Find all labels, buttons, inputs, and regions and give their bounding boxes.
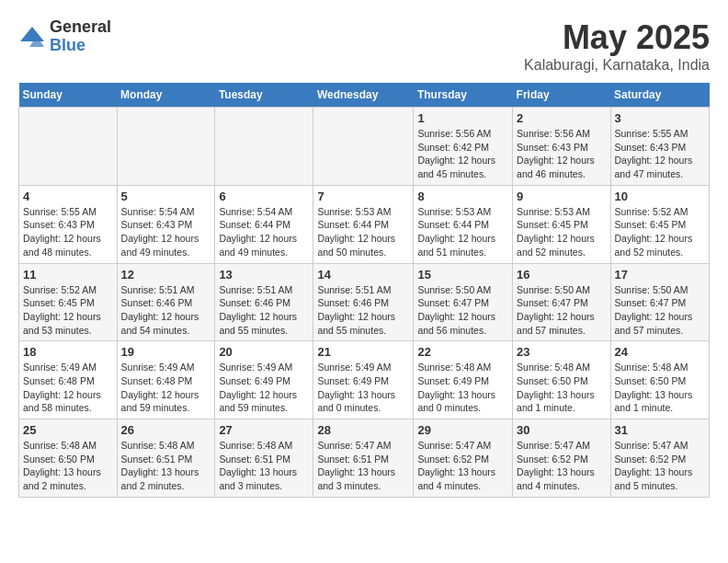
day-number: 28 [317, 423, 409, 437]
cell-content: Sunrise: 5:55 AM Sunset: 6:43 PM Dayligh… [615, 127, 705, 181]
calendar-cell: 26Sunrise: 5:48 AM Sunset: 6:51 PM Dayli… [117, 419, 215, 498]
logo-blue: Blue [50, 37, 111, 55]
header-friday: Friday [513, 83, 610, 108]
calendar-cell: 28Sunrise: 5:47 AM Sunset: 6:51 PM Dayli… [313, 419, 414, 498]
calendar-cell: 8Sunrise: 5:53 AM Sunset: 6:44 PM Daylig… [414, 185, 513, 263]
day-number: 4 [23, 190, 113, 203]
cell-content: Sunrise: 5:47 AM Sunset: 6:52 PM Dayligh… [615, 439, 705, 493]
calendar-cell: 14Sunrise: 5:51 AM Sunset: 6:46 PM Dayli… [313, 263, 414, 341]
cell-content: Sunrise: 5:51 AM Sunset: 6:46 PM Dayligh… [317, 283, 409, 338]
calendar-cell: 30Sunrise: 5:47 AM Sunset: 6:52 PM Dayli… [513, 419, 610, 498]
logo-text: General Blue [50, 18, 111, 55]
day-number: 5 [121, 190, 211, 203]
calendar-cell: 11Sunrise: 5:52 AM Sunset: 6:45 PM Dayli… [19, 263, 118, 341]
cell-content: Sunrise: 5:48 AM Sunset: 6:50 PM Dayligh… [517, 361, 606, 415]
main-title: May 2025 [524, 18, 710, 57]
day-number: 10 [615, 190, 705, 203]
calendar-cell: 1Sunrise: 5:56 AM Sunset: 6:42 PM Daylig… [414, 108, 513, 186]
calendar-cell [313, 108, 414, 186]
header-thursday: Thursday [414, 83, 513, 108]
cell-content: Sunrise: 5:54 AM Sunset: 6:43 PM Dayligh… [121, 205, 211, 259]
header-sunday: Sunday [19, 83, 118, 108]
logo-general: General [50, 18, 111, 37]
cell-content: Sunrise: 5:50 AM Sunset: 6:47 PM Dayligh… [615, 283, 705, 338]
cell-content: Sunrise: 5:49 AM Sunset: 6:49 PM Dayligh… [219, 361, 309, 415]
cell-content: Sunrise: 5:49 AM Sunset: 6:48 PM Dayligh… [23, 361, 113, 415]
day-number: 19 [121, 345, 211, 359]
calendar-cell: 21Sunrise: 5:49 AM Sunset: 6:49 PM Dayli… [313, 341, 414, 419]
calendar-cell: 3Sunrise: 5:55 AM Sunset: 6:43 PM Daylig… [610, 108, 709, 186]
svg-marker-0 [20, 27, 44, 41]
calendar-cell: 20Sunrise: 5:49 AM Sunset: 6:49 PM Dayli… [215, 341, 313, 419]
calendar-cell: 19Sunrise: 5:49 AM Sunset: 6:48 PM Dayli… [117, 341, 215, 419]
day-number: 15 [417, 268, 508, 282]
day-number: 22 [417, 345, 508, 359]
cell-content: Sunrise: 5:47 AM Sunset: 6:52 PM Dayligh… [417, 439, 508, 493]
calendar-cell: 24Sunrise: 5:48 AM Sunset: 6:50 PM Dayli… [610, 341, 709, 419]
calendar-table: SundayMondayTuesdayWednesdayThursdayFrid… [18, 83, 710, 498]
calendar-cell: 29Sunrise: 5:47 AM Sunset: 6:52 PM Dayli… [414, 419, 513, 498]
calendar-cell: 25Sunrise: 5:48 AM Sunset: 6:50 PM Dayli… [19, 419, 118, 498]
header-saturday: Saturday [610, 83, 709, 108]
day-number: 31 [615, 423, 705, 437]
cell-content: Sunrise: 5:52 AM Sunset: 6:45 PM Dayligh… [23, 283, 113, 338]
day-number: 6 [219, 190, 309, 203]
header-monday: Monday [117, 83, 215, 108]
cell-content: Sunrise: 5:51 AM Sunset: 6:46 PM Dayligh… [121, 283, 211, 338]
logo: General Blue [18, 18, 111, 55]
cell-content: Sunrise: 5:50 AM Sunset: 6:47 PM Dayligh… [417, 283, 508, 338]
cell-content: Sunrise: 5:47 AM Sunset: 6:52 PM Dayligh… [517, 439, 606, 493]
cell-content: Sunrise: 5:48 AM Sunset: 6:50 PM Dayligh… [23, 439, 113, 493]
day-number: 14 [317, 268, 409, 282]
day-number: 11 [23, 268, 113, 282]
day-number: 27 [219, 423, 309, 437]
calendar-cell: 18Sunrise: 5:49 AM Sunset: 6:48 PM Dayli… [19, 341, 118, 419]
calendar-cell: 23Sunrise: 5:48 AM Sunset: 6:50 PM Dayli… [513, 341, 610, 419]
day-number: 16 [517, 268, 606, 282]
day-number: 8 [417, 190, 508, 203]
day-number: 29 [417, 423, 508, 437]
subtitle: Kalaburagi, Karnataka, India [524, 57, 710, 74]
day-number: 25 [23, 423, 113, 437]
calendar-cell: 2Sunrise: 5:56 AM Sunset: 6:43 PM Daylig… [513, 108, 610, 186]
calendar-cell: 5Sunrise: 5:54 AM Sunset: 6:43 PM Daylig… [117, 185, 215, 263]
day-number: 24 [615, 345, 705, 359]
calendar-cell [117, 108, 215, 186]
cell-content: Sunrise: 5:53 AM Sunset: 6:44 PM Dayligh… [317, 205, 409, 259]
cell-content: Sunrise: 5:48 AM Sunset: 6:51 PM Dayligh… [121, 439, 211, 493]
header-wednesday: Wednesday [313, 83, 414, 108]
day-number: 18 [23, 345, 113, 359]
day-number: 30 [517, 423, 606, 437]
cell-content: Sunrise: 5:53 AM Sunset: 6:44 PM Dayligh… [417, 205, 508, 259]
day-number: 17 [615, 268, 705, 282]
cell-content: Sunrise: 5:49 AM Sunset: 6:48 PM Dayligh… [121, 361, 211, 415]
cell-content: Sunrise: 5:55 AM Sunset: 6:43 PM Dayligh… [23, 205, 113, 259]
cell-content: Sunrise: 5:47 AM Sunset: 6:51 PM Dayligh… [317, 439, 409, 493]
cell-content: Sunrise: 5:54 AM Sunset: 6:44 PM Dayligh… [219, 205, 309, 259]
day-number: 3 [615, 111, 705, 125]
day-number: 9 [517, 190, 606, 203]
cell-content: Sunrise: 5:56 AM Sunset: 6:42 PM Dayligh… [417, 127, 508, 181]
header-row: SundayMondayTuesdayWednesdayThursdayFrid… [19, 83, 710, 108]
calendar-cell: 13Sunrise: 5:51 AM Sunset: 6:46 PM Dayli… [215, 263, 313, 341]
cell-content: Sunrise: 5:48 AM Sunset: 6:51 PM Dayligh… [219, 439, 309, 493]
calendar-cell: 22Sunrise: 5:48 AM Sunset: 6:49 PM Dayli… [414, 341, 513, 419]
cell-content: Sunrise: 5:56 AM Sunset: 6:43 PM Dayligh… [517, 127, 606, 181]
calendar-cell: 6Sunrise: 5:54 AM Sunset: 6:44 PM Daylig… [215, 185, 313, 263]
calendar-cell: 4Sunrise: 5:55 AM Sunset: 6:43 PM Daylig… [19, 185, 118, 263]
calendar-cell: 16Sunrise: 5:50 AM Sunset: 6:47 PM Dayli… [513, 263, 610, 341]
day-number: 26 [121, 423, 211, 437]
day-number: 21 [317, 345, 409, 359]
cell-content: Sunrise: 5:48 AM Sunset: 6:50 PM Dayligh… [615, 361, 705, 415]
week-row-2: 4Sunrise: 5:55 AM Sunset: 6:43 PM Daylig… [19, 185, 710, 263]
day-number: 20 [219, 345, 309, 359]
calendar-cell: 31Sunrise: 5:47 AM Sunset: 6:52 PM Dayli… [610, 419, 709, 498]
calendar-cell: 15Sunrise: 5:50 AM Sunset: 6:47 PM Dayli… [414, 263, 513, 341]
logo-icon [18, 23, 46, 51]
cell-content: Sunrise: 5:50 AM Sunset: 6:47 PM Dayligh… [517, 283, 606, 338]
calendar-cell: 9Sunrise: 5:53 AM Sunset: 6:45 PM Daylig… [513, 185, 610, 263]
day-number: 7 [317, 190, 409, 203]
day-number: 2 [517, 111, 606, 125]
cell-content: Sunrise: 5:53 AM Sunset: 6:45 PM Dayligh… [517, 205, 606, 259]
cell-content: Sunrise: 5:49 AM Sunset: 6:49 PM Dayligh… [317, 361, 409, 415]
